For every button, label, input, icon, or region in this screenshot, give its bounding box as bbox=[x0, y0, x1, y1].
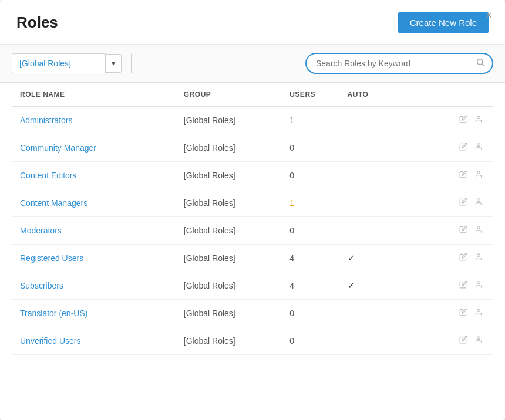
manage-users-button[interactable] bbox=[472, 279, 485, 292]
roles-table-wrapper: ROLE NAME GROUP USERS AUTO Administrator… bbox=[0, 83, 505, 367]
users-cell: 0 bbox=[281, 327, 339, 355]
svg-point-7 bbox=[477, 254, 480, 257]
manage-users-button[interactable] bbox=[472, 252, 485, 265]
svg-point-10 bbox=[477, 337, 480, 340]
group-cell: [Global Roles] bbox=[176, 106, 281, 134]
svg-point-5 bbox=[477, 199, 480, 202]
edit-role-button[interactable] bbox=[457, 334, 470, 347]
actions-cell bbox=[416, 327, 493, 355]
svg-line-1 bbox=[482, 64, 484, 66]
group-cell: [Global Roles] bbox=[176, 272, 281, 300]
auto-cell bbox=[339, 106, 416, 134]
users-cell: 0 bbox=[281, 134, 339, 162]
auto-cell bbox=[339, 327, 416, 355]
roles-modal: × Roles Create New Role [Global Roles] ▾ bbox=[0, 0, 505, 420]
col-header-users: USERS bbox=[281, 83, 339, 107]
table-row: Content Editors[Global Roles]0 bbox=[12, 162, 493, 189]
search-input[interactable] bbox=[314, 54, 476, 73]
actions-cell bbox=[416, 189, 493, 217]
toolbar: [Global Roles] ▾ bbox=[0, 45, 505, 83]
auto-cell: ✓ bbox=[339, 272, 416, 300]
manage-users-button[interactable] bbox=[472, 169, 485, 182]
close-button[interactable]: × bbox=[481, 7, 497, 24]
table-header-row: ROLE NAME GROUP USERS AUTO bbox=[12, 83, 493, 107]
edit-role-button[interactable] bbox=[457, 252, 470, 265]
toolbar-divider bbox=[131, 54, 132, 73]
svg-point-2 bbox=[477, 116, 480, 119]
table-row: Content Managers[Global Roles]1 bbox=[12, 189, 493, 217]
manage-users-button[interactable] bbox=[472, 141, 485, 154]
role-name-cell[interactable]: Subscribers bbox=[12, 272, 176, 300]
auto-cell bbox=[339, 162, 416, 189]
manage-users-button[interactable] bbox=[472, 114, 485, 127]
users-cell: 0 bbox=[281, 217, 339, 245]
group-dropdown[interactable]: [Global Roles] bbox=[12, 53, 106, 73]
edit-role-button[interactable] bbox=[457, 279, 470, 292]
actions-cell bbox=[416, 245, 493, 272]
dropdown-arrow-icon[interactable]: ▾ bbox=[106, 54, 122, 73]
role-name-cell[interactable]: Registered Users bbox=[12, 245, 176, 272]
modal-header: Roles Create New Role bbox=[0, 0, 505, 45]
users-cell: 4 bbox=[281, 245, 339, 272]
edit-role-button[interactable] bbox=[457, 224, 470, 237]
roles-table: ROLE NAME GROUP USERS AUTO Administrator… bbox=[12, 83, 493, 355]
actions-cell bbox=[416, 217, 493, 245]
edit-role-button[interactable] bbox=[457, 169, 470, 182]
role-name-cell[interactable]: Moderators bbox=[12, 217, 176, 245]
actions-cell bbox=[416, 162, 493, 189]
auto-cell bbox=[339, 189, 416, 217]
table-row: Registered Users[Global Roles]4✓ bbox=[12, 245, 493, 272]
role-name-cell[interactable]: Administrators bbox=[12, 106, 176, 134]
manage-users-button[interactable] bbox=[472, 334, 485, 347]
users-cell: 4 bbox=[281, 272, 339, 300]
group-filter: [Global Roles] ▾ bbox=[12, 53, 122, 73]
actions-cell bbox=[416, 134, 493, 162]
table-row: Administrators[Global Roles]1 bbox=[12, 106, 493, 134]
manage-users-button[interactable] bbox=[472, 307, 485, 320]
group-cell: [Global Roles] bbox=[176, 134, 281, 162]
role-name-cell[interactable]: Content Editors bbox=[12, 162, 176, 189]
table-row: Translator (en-US)[Global Roles]0 bbox=[12, 300, 493, 327]
auto-cell bbox=[339, 217, 416, 245]
auto-cell: ✓ bbox=[339, 245, 416, 272]
auto-cell bbox=[339, 300, 416, 327]
actions-cell bbox=[416, 106, 493, 134]
svg-point-8 bbox=[477, 282, 480, 284]
search-container bbox=[305, 53, 493, 74]
group-cell: [Global Roles] bbox=[176, 217, 281, 245]
users-cell: 1 bbox=[281, 106, 339, 134]
table-row: Unverified Users[Global Roles]0 bbox=[12, 327, 493, 355]
svg-point-9 bbox=[477, 309, 480, 312]
group-cell: [Global Roles] bbox=[176, 189, 281, 217]
manage-users-button[interactable] bbox=[472, 197, 485, 209]
role-name-cell[interactable]: Content Managers bbox=[12, 189, 176, 217]
table-row: Moderators[Global Roles]0 bbox=[12, 217, 493, 245]
auto-check-icon: ✓ bbox=[348, 253, 355, 263]
group-cell: [Global Roles] bbox=[176, 300, 281, 327]
col-header-auto: AUTO bbox=[339, 83, 416, 107]
users-cell: 0 bbox=[281, 300, 339, 327]
role-name-cell[interactable]: Translator (en-US) bbox=[12, 300, 176, 327]
col-header-group: GROUP bbox=[176, 83, 281, 107]
role-name-cell[interactable]: Community Manager bbox=[12, 134, 176, 162]
svg-point-3 bbox=[477, 144, 480, 147]
create-new-role-button[interactable]: Create New Role bbox=[398, 12, 489, 33]
table-row: Community Manager[Global Roles]0 bbox=[12, 134, 493, 162]
auto-check-icon: ✓ bbox=[348, 280, 355, 290]
svg-point-4 bbox=[477, 171, 480, 174]
search-icon bbox=[476, 57, 485, 69]
col-header-actions bbox=[416, 83, 493, 107]
edit-role-button[interactable] bbox=[457, 141, 470, 154]
col-header-role-name: ROLE NAME bbox=[12, 83, 176, 107]
edit-role-button[interactable] bbox=[457, 307, 470, 320]
header-actions: Create New Role bbox=[398, 12, 489, 33]
table-row: Subscribers[Global Roles]4✓ bbox=[12, 272, 493, 300]
group-cell: [Global Roles] bbox=[176, 327, 281, 355]
role-name-cell[interactable]: Unverified Users bbox=[12, 327, 176, 355]
manage-users-button[interactable] bbox=[472, 224, 485, 237]
edit-role-button[interactable] bbox=[457, 197, 470, 209]
group-cell: [Global Roles] bbox=[176, 245, 281, 272]
edit-role-button[interactable] bbox=[457, 114, 470, 127]
actions-cell bbox=[416, 272, 493, 300]
actions-cell bbox=[416, 300, 493, 327]
